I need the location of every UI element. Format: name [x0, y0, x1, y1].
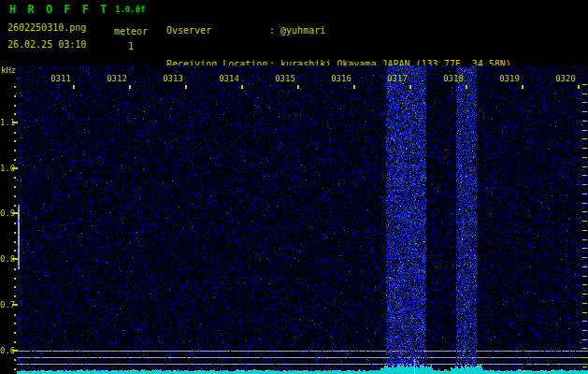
- time-tick-label: 0315: [275, 75, 295, 83]
- freq-minor-tick: [14, 86, 16, 88]
- freq-minor-tick: [14, 368, 16, 370]
- time-tick: [297, 85, 299, 89]
- freq-minor-tick: [14, 250, 16, 252]
- freq-tick: [12, 350, 18, 352]
- right-edge-tick: [582, 294, 587, 295]
- freq-tick-label: 0.8: [0, 255, 12, 264]
- freq-minor-tick: [14, 95, 16, 97]
- right-edge-tick: [582, 284, 587, 285]
- freq-minor-tick: [14, 314, 16, 316]
- time-tick: [409, 85, 411, 89]
- time-tick-label: 0319: [499, 75, 520, 83]
- freq-minor-tick: [14, 150, 16, 151]
- freq-minor-tick: [14, 132, 16, 134]
- freq-tick-label: 1.1: [0, 119, 12, 127]
- right-edge-tick: [582, 339, 587, 340]
- freq-tick-label: 0.9: [0, 209, 12, 218]
- axes-overlay: kHz 031103120313031403150316031703180319…: [0, 0, 588, 374]
- freq-minor-tick: [14, 177, 16, 179]
- hrofft-window: H R O F F T 1.0.0f 2602250310.png meteor…: [0, 0, 588, 374]
- right-edge-tick: [582, 184, 587, 185]
- right-edge-tick: [582, 312, 587, 313]
- freq-tick-label: 0.6: [0, 347, 12, 355]
- freq-minor-tick: [14, 286, 16, 288]
- right-edge-tick: [582, 321, 587, 322]
- time-tick-label: 0320: [555, 75, 576, 83]
- right-edge-tick: [582, 357, 587, 358]
- right-edge-tick: [582, 221, 587, 222]
- time-tick-label: 0314: [219, 75, 239, 83]
- right-edge-tick: [582, 121, 587, 122]
- freq-minor-tick: [14, 359, 16, 361]
- time-tick-label: 0317: [387, 75, 408, 83]
- right-edge-tick: [582, 94, 587, 94]
- freq-minor-tick: [14, 113, 16, 115]
- freq-minor-tick: [14, 205, 16, 207]
- freq-tick: [12, 122, 18, 123]
- freq-minor-tick: [14, 323, 16, 324]
- freq-tick: [12, 212, 18, 214]
- right-edge-tick: [582, 157, 587, 158]
- time-tick: [578, 85, 580, 89]
- time-tick: [185, 85, 187, 89]
- freq-minor-tick: [14, 341, 16, 343]
- right-edge-tick: [582, 175, 587, 176]
- right-edge-tick: [582, 148, 587, 149]
- right-edge-tick: [582, 166, 587, 167]
- freq-minor-tick: [14, 241, 16, 243]
- right-edge-tick: [582, 138, 587, 139]
- time-tick: [522, 85, 523, 89]
- freq-minor-tick: [14, 105, 16, 107]
- freq-tick: [12, 304, 18, 306]
- right-edge-tick: [582, 266, 587, 267]
- time-tick-label: 0311: [50, 75, 71, 83]
- time-tick: [129, 85, 131, 89]
- freq-minor-tick: [14, 186, 16, 188]
- right-edge-tick: [582, 303, 587, 304]
- freq-tick: [12, 258, 18, 260]
- freq-minor-tick: [14, 140, 16, 142]
- time-tick: [466, 85, 467, 89]
- time-tick-label: 0312: [107, 75, 127, 83]
- time-tick: [241, 85, 243, 89]
- khz-unit-label: kHz: [1, 66, 16, 75]
- freq-minor-tick: [14, 278, 16, 280]
- freq-minor-tick: [14, 332, 16, 334]
- right-edge-tick: [582, 276, 587, 277]
- right-edge-tick: [582, 330, 587, 331]
- right-edge-tick: [582, 367, 587, 367]
- freq-tick: [12, 167, 18, 169]
- freq-minor-tick: [14, 232, 16, 234]
- right-edge-tick: [582, 194, 587, 194]
- freq-minor-tick: [14, 195, 16, 197]
- freq-minor-tick: [14, 295, 16, 297]
- right-edge-tick: [582, 84, 587, 85]
- right-edge-tick: [582, 203, 587, 204]
- freq-tick-label: 1.0: [0, 165, 12, 173]
- right-edge-tick: [582, 130, 587, 131]
- time-tick-label: 0316: [331, 75, 351, 83]
- right-edge-tick: [582, 111, 587, 112]
- freq-minor-tick: [14, 223, 16, 224]
- time-tick-label: 0313: [163, 75, 183, 83]
- right-edge-tick: [582, 257, 587, 258]
- freq-minor-tick: [14, 159, 16, 161]
- right-edge-tick: [582, 348, 587, 349]
- right-edge-tick: [582, 102, 587, 103]
- time-tick: [73, 85, 75, 89]
- right-edge-tick: [582, 248, 587, 249]
- right-edge-tick: [582, 230, 587, 231]
- freq-tick-label: 0.7: [0, 301, 12, 309]
- time-tick-label: 0318: [443, 75, 464, 83]
- right-edge-tick: [582, 211, 587, 212]
- right-edge-tick: [582, 239, 587, 240]
- time-tick: [353, 85, 355, 89]
- freq-minor-tick: [14, 268, 16, 270]
